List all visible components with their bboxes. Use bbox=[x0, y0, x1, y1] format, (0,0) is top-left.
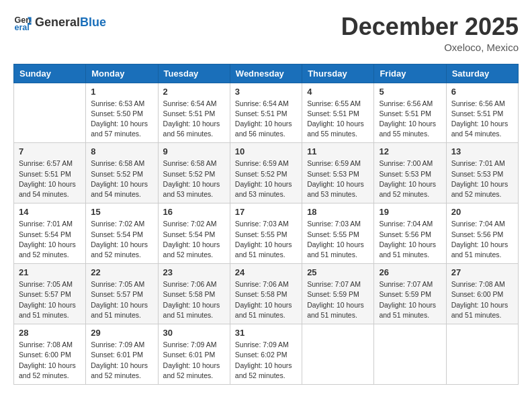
calendar-cell: 26Sunrise: 7:07 AMSunset: 5:59 PMDayligh… bbox=[374, 264, 446, 324]
calendar-cell: 30Sunrise: 7:09 AMSunset: 6:01 PMDayligh… bbox=[158, 324, 230, 385]
calendar-cell: 7Sunrise: 6:57 AMSunset: 5:51 PMDaylight… bbox=[14, 143, 86, 203]
calendar-cell: 16Sunrise: 7:02 AMSunset: 5:54 PMDayligh… bbox=[158, 203, 230, 264]
week-row-2: 7Sunrise: 6:57 AMSunset: 5:51 PMDaylight… bbox=[14, 143, 519, 203]
week-row-1: 1Sunrise: 6:53 AMSunset: 5:50 PMDaylight… bbox=[14, 83, 519, 143]
logo-text-general: General bbox=[35, 16, 80, 30]
calendar-cell: 17Sunrise: 7:03 AMSunset: 5:55 PMDayligh… bbox=[230, 203, 302, 264]
day-info: Sunrise: 7:00 AMSunset: 5:53 PMDaylight:… bbox=[379, 158, 441, 199]
day-info: Sunrise: 7:02 AMSunset: 5:54 PMDaylight:… bbox=[91, 219, 152, 260]
day-number: 27 bbox=[451, 267, 513, 277]
calendar-cell: 5Sunrise: 6:56 AMSunset: 5:51 PMDaylight… bbox=[374, 83, 446, 143]
weekday-header-tuesday: Tuesday bbox=[158, 64, 230, 83]
page-header: Gen eral GeneralBlue December 2025 Oxelo… bbox=[13, 13, 519, 53]
day-info: Sunrise: 6:59 AMSunset: 5:52 PMDaylight:… bbox=[235, 158, 297, 199]
weekday-header-sunday: Sunday bbox=[14, 64, 86, 83]
location-subtitle: Oxeloco, Mexico bbox=[341, 42, 519, 53]
calendar-cell bbox=[302, 324, 374, 385]
day-number: 30 bbox=[163, 328, 225, 338]
logo-icon: Gen eral bbox=[13, 13, 32, 32]
day-number: 26 bbox=[379, 267, 441, 277]
week-row-4: 21Sunrise: 7:05 AMSunset: 5:57 PMDayligh… bbox=[14, 264, 519, 324]
day-info: Sunrise: 7:05 AMSunset: 5:57 PMDaylight:… bbox=[91, 279, 152, 320]
day-info: Sunrise: 6:56 AMSunset: 5:51 PMDaylight:… bbox=[451, 99, 513, 140]
day-number: 31 bbox=[235, 328, 297, 338]
weekday-header-row: SundayMondayTuesdayWednesdayThursdayFrid… bbox=[14, 64, 519, 83]
day-info: Sunrise: 7:02 AMSunset: 5:54 PMDaylight:… bbox=[163, 219, 225, 260]
day-info: Sunrise: 7:06 AMSunset: 5:58 PMDaylight:… bbox=[235, 279, 297, 320]
calendar-cell: 25Sunrise: 7:07 AMSunset: 5:59 PMDayligh… bbox=[302, 264, 374, 324]
day-number: 17 bbox=[235, 207, 297, 217]
calendar-cell: 20Sunrise: 7:04 AMSunset: 5:56 PMDayligh… bbox=[446, 203, 518, 264]
day-info: Sunrise: 7:06 AMSunset: 5:58 PMDaylight:… bbox=[163, 279, 225, 320]
day-number: 10 bbox=[235, 146, 297, 156]
day-info: Sunrise: 7:04 AMSunset: 5:56 PMDaylight:… bbox=[379, 219, 441, 260]
day-number: 3 bbox=[235, 87, 297, 97]
month-title: December 2025 bbox=[341, 13, 519, 40]
day-number: 11 bbox=[307, 146, 369, 156]
calendar-cell: 15Sunrise: 7:02 AMSunset: 5:54 PMDayligh… bbox=[86, 203, 158, 264]
calendar-cell: 9Sunrise: 6:58 AMSunset: 5:52 PMDaylight… bbox=[158, 143, 230, 203]
day-info: Sunrise: 7:01 AMSunset: 5:53 PMDaylight:… bbox=[451, 158, 513, 199]
day-number: 9 bbox=[163, 146, 225, 156]
weekday-header-thursday: Thursday bbox=[302, 64, 374, 83]
week-row-5: 28Sunrise: 7:08 AMSunset: 6:00 PMDayligh… bbox=[14, 324, 519, 385]
calendar-cell: 21Sunrise: 7:05 AMSunset: 5:57 PMDayligh… bbox=[14, 264, 86, 324]
logo-text-blue: Blue bbox=[80, 16, 106, 30]
svg-text:eral: eral bbox=[14, 23, 29, 32]
week-row-3: 14Sunrise: 7:01 AMSunset: 5:54 PMDayligh… bbox=[14, 203, 519, 264]
day-number: 13 bbox=[451, 146, 513, 156]
weekday-header-friday: Friday bbox=[374, 64, 446, 83]
calendar-cell: 19Sunrise: 7:04 AMSunset: 5:56 PMDayligh… bbox=[374, 203, 446, 264]
day-number: 23 bbox=[163, 267, 225, 277]
calendar-cell: 23Sunrise: 7:06 AMSunset: 5:58 PMDayligh… bbox=[158, 264, 230, 324]
day-number: 2 bbox=[163, 87, 225, 97]
calendar-cell: 6Sunrise: 6:56 AMSunset: 5:51 PMDaylight… bbox=[446, 83, 518, 143]
day-number: 28 bbox=[19, 328, 81, 338]
day-info: Sunrise: 6:54 AMSunset: 5:51 PMDaylight:… bbox=[163, 99, 225, 140]
svg-rect-3 bbox=[28, 23, 32, 25]
calendar-cell: 4Sunrise: 6:55 AMSunset: 5:51 PMDaylight… bbox=[302, 83, 374, 143]
day-info: Sunrise: 7:08 AMSunset: 6:00 PMDaylight:… bbox=[451, 279, 513, 320]
calendar-cell: 31Sunrise: 7:09 AMSunset: 6:02 PMDayligh… bbox=[230, 324, 302, 385]
weekday-header-wednesday: Wednesday bbox=[230, 64, 302, 83]
day-info: Sunrise: 7:03 AMSunset: 5:55 PMDaylight:… bbox=[307, 219, 369, 260]
title-block: December 2025 Oxeloco, Mexico bbox=[341, 13, 519, 53]
day-number: 15 bbox=[91, 207, 152, 217]
day-info: Sunrise: 6:58 AMSunset: 5:52 PMDaylight:… bbox=[163, 158, 225, 199]
calendar-cell: 29Sunrise: 7:09 AMSunset: 6:01 PMDayligh… bbox=[86, 324, 158, 385]
day-number: 29 bbox=[91, 328, 152, 338]
calendar-cell: 11Sunrise: 6:59 AMSunset: 5:53 PMDayligh… bbox=[302, 143, 374, 203]
day-info: Sunrise: 7:09 AMSunset: 6:01 PMDaylight:… bbox=[91, 340, 152, 381]
day-number: 14 bbox=[19, 207, 81, 217]
day-info: Sunrise: 7:09 AMSunset: 6:02 PMDaylight:… bbox=[235, 340, 297, 381]
calendar-cell: 24Sunrise: 7:06 AMSunset: 5:58 PMDayligh… bbox=[230, 264, 302, 324]
day-number: 8 bbox=[91, 146, 152, 156]
day-info: Sunrise: 6:59 AMSunset: 5:53 PMDaylight:… bbox=[307, 158, 369, 199]
calendar-cell: 13Sunrise: 7:01 AMSunset: 5:53 PMDayligh… bbox=[446, 143, 518, 203]
calendar-cell: 8Sunrise: 6:58 AMSunset: 5:52 PMDaylight… bbox=[86, 143, 158, 203]
day-number: 4 bbox=[307, 87, 369, 97]
calendar-cell: 2Sunrise: 6:54 AMSunset: 5:51 PMDaylight… bbox=[158, 83, 230, 143]
day-info: Sunrise: 7:03 AMSunset: 5:55 PMDaylight:… bbox=[235, 219, 297, 260]
day-number: 5 bbox=[379, 87, 441, 97]
calendar-cell: 27Sunrise: 7:08 AMSunset: 6:00 PMDayligh… bbox=[446, 264, 518, 324]
day-number: 7 bbox=[19, 146, 81, 156]
day-info: Sunrise: 6:55 AMSunset: 5:51 PMDaylight:… bbox=[307, 99, 369, 140]
day-info: Sunrise: 6:58 AMSunset: 5:52 PMDaylight:… bbox=[91, 158, 152, 199]
day-info: Sunrise: 7:04 AMSunset: 5:56 PMDaylight:… bbox=[451, 219, 513, 260]
calendar-cell: 18Sunrise: 7:03 AMSunset: 5:55 PMDayligh… bbox=[302, 203, 374, 264]
day-info: Sunrise: 7:08 AMSunset: 6:00 PMDaylight:… bbox=[19, 340, 81, 381]
logo: Gen eral GeneralBlue bbox=[13, 13, 106, 32]
calendar-cell: 12Sunrise: 7:00 AMSunset: 5:53 PMDayligh… bbox=[374, 143, 446, 203]
day-number: 6 bbox=[451, 87, 513, 97]
day-number: 25 bbox=[307, 267, 369, 277]
day-info: Sunrise: 6:56 AMSunset: 5:51 PMDaylight:… bbox=[379, 99, 441, 140]
day-number: 1 bbox=[91, 87, 152, 97]
day-info: Sunrise: 7:07 AMSunset: 5:59 PMDaylight:… bbox=[307, 279, 369, 320]
day-number: 16 bbox=[163, 207, 225, 217]
calendar: SundayMondayTuesdayWednesdayThursdayFrid… bbox=[13, 64, 519, 385]
calendar-cell: 28Sunrise: 7:08 AMSunset: 6:00 PMDayligh… bbox=[14, 324, 86, 385]
day-info: Sunrise: 6:54 AMSunset: 5:51 PMDaylight:… bbox=[235, 99, 297, 140]
day-info: Sunrise: 6:53 AMSunset: 5:50 PMDaylight:… bbox=[91, 99, 152, 140]
day-number: 20 bbox=[451, 207, 513, 217]
